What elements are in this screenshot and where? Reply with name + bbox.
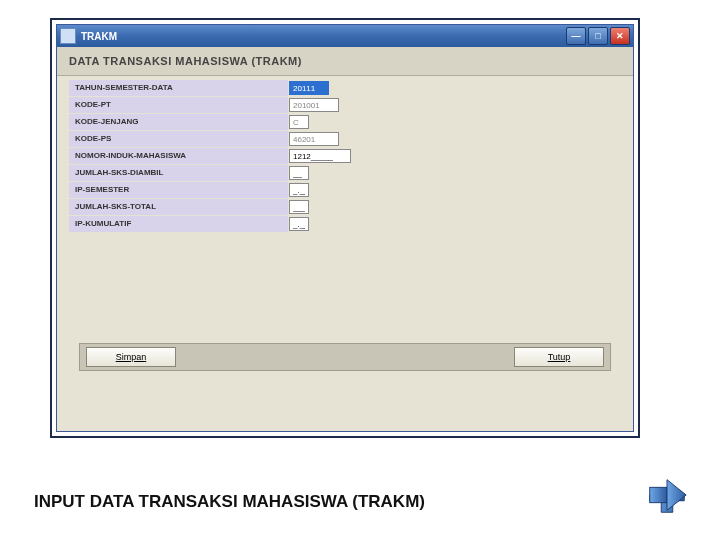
field-label: IP-KUMULATIF <box>69 216 289 232</box>
field-row: IP-SEMESTER <box>69 182 621 198</box>
button-bar: Simpan Tutup <box>79 343 611 371</box>
field-row: JUMLAH-SKS-TOTAL <box>69 199 621 215</box>
kode-jenjang-input[interactable] <box>289 115 309 129</box>
field-row: JUMLAH-SKS-DIAMBIL <box>69 165 621 181</box>
close-button[interactable]: ✕ <box>610 27 630 45</box>
ip-semester-input[interactable] <box>289 183 309 197</box>
next-slide-arrow[interactable] <box>644 472 690 518</box>
dialog-close-button[interactable]: Tutup <box>514 347 604 367</box>
close-button-label: Tutup <box>548 352 571 362</box>
field-row: KODE-JENJANG <box>69 114 621 130</box>
kode-ps-input[interactable] <box>289 132 339 146</box>
tahun-semester-input[interactable] <box>289 81 329 95</box>
app-icon <box>60 28 76 44</box>
field-row: KODE-PS <box>69 131 621 147</box>
field-label: JUMLAH-SKS-DIAMBIL <box>69 165 289 181</box>
field-label: TAHUN-SEMESTER-DATA <box>69 80 289 96</box>
field-row: KODE-PT <box>69 97 621 113</box>
window-title: TRAKM <box>81 31 566 42</box>
slide-frame: TRAKM — □ ✕ DATA TRANSAKSI MAHASISWA (TR… <box>50 18 640 438</box>
titlebar: TRAKM — □ ✕ <box>57 25 633 47</box>
field-label: NOMOR-INDUK-MAHASISWA <box>69 148 289 164</box>
svg-rect-0 <box>650 487 667 502</box>
nim-input[interactable] <box>289 149 351 163</box>
form-area: TAHUN-SEMESTER-DATA KODE-PT KODE-JENJANG… <box>57 76 633 431</box>
save-button[interactable]: Simpan <box>86 347 176 367</box>
minimize-button[interactable]: — <box>566 27 586 45</box>
app-window: TRAKM — □ ✕ DATA TRANSAKSI MAHASISWA (TR… <box>56 24 634 432</box>
field-row: IP-KUMULATIF <box>69 216 621 232</box>
field-label: KODE-PS <box>69 131 289 147</box>
field-label: JUMLAH-SKS-TOTAL <box>69 199 289 215</box>
field-label: KODE-JENJANG <box>69 114 289 130</box>
sks-diambil-input[interactable] <box>289 166 309 180</box>
maximize-button[interactable]: □ <box>588 27 608 45</box>
kode-pt-input[interactable] <box>289 98 339 112</box>
slide-caption: INPUT DATA TRANSAKSI MAHASISWA (TRAKM) <box>34 492 425 512</box>
save-button-label: Simpan <box>116 352 147 362</box>
form-header: DATA TRANSAKSI MAHASISWA (TRAKM) <box>57 47 633 76</box>
ip-kumulatif-input[interactable] <box>289 217 309 231</box>
field-label: IP-SEMESTER <box>69 182 289 198</box>
window-controls: — □ ✕ <box>566 27 630 45</box>
sks-total-input[interactable] <box>289 200 309 214</box>
field-row: NOMOR-INDUK-MAHASISWA <box>69 148 621 164</box>
field-row: TAHUN-SEMESTER-DATA <box>69 80 621 96</box>
field-label: KODE-PT <box>69 97 289 113</box>
